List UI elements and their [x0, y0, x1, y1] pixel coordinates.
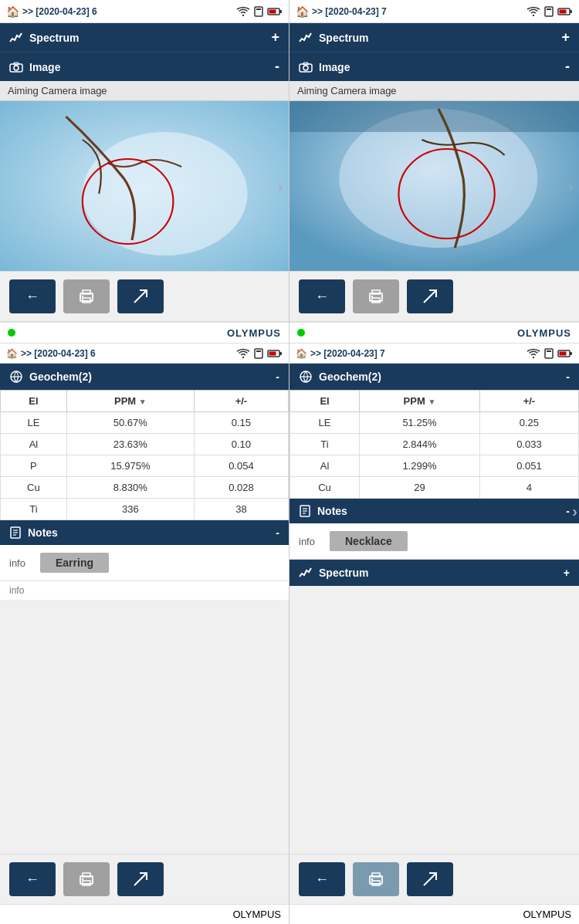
left-image-toggle[interactable]: - — [275, 59, 279, 75]
left-status-icons — [236, 6, 283, 17]
left-notes-header-left: Notes — [9, 526, 58, 539]
svg-rect-49 — [545, 349, 553, 358]
svg-rect-28 — [83, 873, 90, 877]
svg-rect-20 — [279, 352, 282, 355]
right-image-chevron: › — [568, 178, 577, 195]
right-spectrum-toggle[interactable]: + — [561, 29, 570, 46]
svg-point-38 — [303, 66, 308, 70]
right-notes-label: Notes — [317, 505, 347, 517]
left-bottom-back-button[interactable]: ← — [9, 862, 56, 896]
left-notes-info-label: info — [9, 557, 32, 569]
svg-point-30 — [82, 878, 83, 880]
svg-point-63 — [371, 878, 373, 880]
svg-rect-1 — [256, 8, 261, 10]
right-print-button[interactable] — [353, 279, 399, 313]
right-notes-toggle[interactable]: - — [566, 505, 570, 517]
left-camera-label: Aiming Camera image — [0, 81, 289, 101]
table-cell: 29 — [360, 477, 480, 499]
table-cell: LE — [290, 412, 360, 434]
table-cell: 0.028 — [194, 477, 288, 499]
right-geochem-toggle[interactable]: - — [566, 371, 570, 383]
right-image-header-left: Image — [299, 61, 350, 73]
right-battery-icon — [557, 7, 573, 16]
svg-rect-32 — [545, 7, 553, 16]
right-spectrum-bottom-header: Spectrum + — [290, 560, 579, 586]
right-spectrum-bottom-label: Spectrum — [319, 567, 369, 579]
right-col-ppm[interactable]: PPM ▼ — [360, 391, 480, 412]
left-geochem-table: El PPM ▼ +/- LE50.67%0.15Al23.63%0.10P15… — [0, 390, 289, 520]
left-notes-toggle[interactable]: - — [276, 526, 279, 539]
right-bottom-expand-button[interactable] — [407, 862, 453, 896]
right-expand-button[interactable] — [407, 279, 453, 313]
left-geochem-table-container: El PPM ▼ +/- LE50.67%0.15Al23.63%0.10P15… — [0, 390, 289, 520]
right-geochem-icon — [299, 370, 313, 384]
right-wifi-icon — [527, 6, 540, 17]
svg-rect-46 — [372, 298, 380, 303]
table-row: P15.975%0.054 — [1, 455, 289, 477]
right-image-header: Image - — [290, 52, 579, 81]
right-col-el: El — [290, 391, 360, 412]
left-spectrum-toggle[interactable]: + — [271, 29, 279, 46]
table-cell: 8.830% — [66, 477, 194, 499]
left-geochem-header: Geochem(2) - — [0, 364, 289, 390]
table-row: Al1.299%0.051 — [290, 455, 579, 477]
left-col-ppm[interactable]: PPM ▼ — [66, 391, 194, 412]
right-notes-content: info Necklace — [290, 523, 579, 560]
right-camera-label: Aiming Camera image — [290, 81, 579, 101]
table-cell: P — [1, 455, 67, 477]
right-home-icon-2: 🏠 — [296, 348, 307, 359]
svg-rect-17 — [256, 350, 261, 352]
right-image-toggle[interactable]: - — [565, 59, 570, 75]
right-camera-icon — [299, 62, 313, 73]
right-geochem-table: El PPM ▼ +/- LE51.25%0.25Ti2.844%0.033Al… — [290, 390, 579, 499]
right-spectrum-bottom-toggle[interactable]: + — [564, 567, 570, 579]
right-notes-icon — [299, 505, 311, 517]
right-spectrum-header-left: Spectrum — [299, 31, 369, 45]
svg-line-31 — [134, 873, 147, 885]
left-notes-header: Notes - — [0, 520, 289, 545]
right-home-icon: 🏠 — [296, 5, 309, 18]
table-cell: 0.051 — [479, 455, 578, 477]
right-bottom-print-button[interactable] — [353, 862, 399, 896]
left-print-button[interactable] — [63, 279, 110, 313]
left-partial-info: info — [0, 581, 289, 601]
svg-rect-13 — [83, 298, 90, 303]
left-spectrum-header-left: Spectrum — [9, 31, 80, 45]
table-row: Ti33638 — [1, 499, 289, 520]
left-back-button[interactable]: ← — [9, 279, 56, 313]
left-bottom-expand-button[interactable] — [117, 862, 164, 896]
left-spectrum-header: Spectrum + — [0, 23, 289, 52]
right-notes-value: Necklace — [330, 531, 408, 551]
left-expand-button[interactable] — [117, 279, 164, 313]
left-olympus-logo: OLYMPUS — [227, 327, 281, 339]
right-back-button[interactable]: ← — [299, 279, 345, 313]
svg-rect-45 — [372, 290, 380, 294]
print-icon — [77, 288, 96, 305]
svg-rect-53 — [570, 352, 572, 355]
left-footer-bar: OLYMPUS — [0, 322, 289, 344]
right-spacer — [290, 586, 579, 854]
right-wifi-icon-2 — [527, 348, 540, 359]
right-bottom-back-button[interactable]: ← — [299, 862, 345, 896]
right-bottom-buttons: ← — [290, 854, 579, 904]
table-cell: 0.15 — [194, 412, 288, 434]
right-geochem-label: Geochem(2) — [319, 371, 381, 383]
spectrum-icon — [9, 31, 23, 45]
left-bottom-print-button[interactable] — [63, 862, 110, 896]
table-row: Cu8.830%0.028 — [1, 477, 289, 499]
table-cell: 51.25% — [360, 412, 480, 434]
right-camera-image: › — [290, 101, 579, 271]
svg-rect-33 — [547, 8, 551, 10]
storage-icon — [253, 6, 264, 17]
left-spectrum-label: Spectrum — [29, 32, 80, 44]
table-cell: 0.25 — [479, 412, 578, 434]
table-cell: 2.844% — [360, 434, 480, 455]
right-geochem-header: Geochem(2) - — [290, 364, 579, 390]
right-footer-bar: OLYMPUS — [290, 322, 579, 344]
left-geochem-toggle[interactable]: - — [276, 371, 279, 383]
right-geochem-header-left: Geochem(2) — [299, 370, 381, 384]
svg-rect-16 — [255, 349, 262, 358]
wifi-icon — [236, 6, 250, 17]
print-icon-bottom-left — [77, 871, 96, 888]
table-cell: 336 — [66, 499, 194, 520]
